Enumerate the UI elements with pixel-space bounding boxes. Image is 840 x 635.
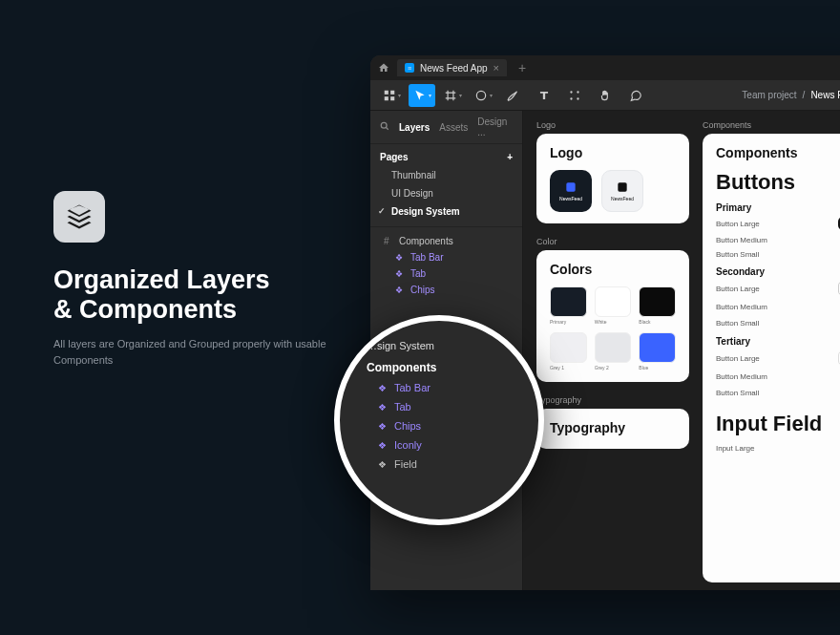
- page-thumbnail[interactable]: Thumbnail: [370, 166, 522, 184]
- resources-tool[interactable]: [561, 84, 588, 107]
- swatch-white: [595, 286, 632, 317]
- swatch-primary: [550, 286, 587, 317]
- svg-point-8: [577, 97, 578, 99]
- svg-rect-10: [566, 182, 575, 191]
- search-icon[interactable]: [380, 121, 389, 133]
- move-tool[interactable]: ▾: [409, 84, 435, 107]
- mag-header: …sign System: [357, 340, 521, 351]
- svg-rect-2: [384, 96, 388, 100]
- frame-tool[interactable]: ▾: [439, 84, 466, 107]
- frame-icon: #: [384, 236, 393, 246]
- swatch-blue: [639, 332, 676, 363]
- mag-group: Components: [357, 357, 521, 378]
- buttons-heading: Buttons: [716, 170, 840, 195]
- close-tab-icon[interactable]: ×: [494, 62, 499, 74]
- mag-item-chips[interactable]: ❖Chips: [357, 416, 521, 435]
- component-icon: ❖: [378, 383, 387, 393]
- mag-item-tab[interactable]: ❖Tab: [357, 397, 521, 416]
- svg-rect-11: [618, 182, 626, 191]
- frame-label-logo: Logo: [536, 120, 689, 130]
- components-card-title: Components: [716, 145, 840, 160]
- breadcrumb-file[interactable]: News Feed App: [810, 90, 840, 100]
- component-icon: ❖: [395, 286, 405, 295]
- tab-design[interactable]: Design ...: [477, 116, 513, 138]
- tab-layers[interactable]: Layers: [399, 122, 430, 133]
- component-icon: ❖: [378, 440, 387, 451]
- toolbar: ▾ ▾ ▾ ▾ Team project / News Feed App: [370, 80, 840, 111]
- svg-point-7: [570, 97, 572, 99]
- tertiary-heading: Tertiary: [716, 336, 750, 347]
- watermark: www.dvsxt.com: [794, 407, 840, 418]
- hand-tool[interactable]: [592, 84, 619, 107]
- file-icon: ≡: [405, 63, 414, 73]
- layer-chips[interactable]: ❖Chips: [370, 282, 522, 298]
- new-tab-button[interactable]: +: [513, 60, 532, 75]
- secondary-heading: Secondary: [716, 266, 765, 277]
- window-tabbar: ≡ News Feed App × +: [370, 55, 840, 80]
- home-button[interactable]: [376, 60, 391, 75]
- svg-rect-0: [384, 90, 388, 94]
- colors-card-title: Colors: [550, 262, 676, 277]
- svg-point-9: [381, 122, 387, 128]
- magnifier-overlay: …sign System Components ❖Tab Bar ❖Tab ❖C…: [334, 315, 544, 525]
- mag-item-iconly[interactable]: ❖Iconly: [357, 435, 521, 455]
- primary-heading: Primary: [716, 202, 751, 213]
- component-icon: ❖: [395, 253, 405, 263]
- pages-heading: Pages: [380, 152, 408, 162]
- svg-point-6: [577, 91, 578, 93]
- layer-tab[interactable]: ❖Tab: [370, 265, 522, 282]
- page-design-system[interactable]: Design System: [370, 202, 522, 221]
- mag-item-field[interactable]: ❖Field: [357, 455, 521, 474]
- tab-assets[interactable]: Assets: [439, 122, 468, 133]
- logo-card-title: Logo: [550, 145, 676, 160]
- app-icon-light: NewsFeed: [601, 170, 643, 212]
- file-tab-title: News Feed App: [420, 63, 488, 74]
- menu-button[interactable]: ▾: [378, 84, 405, 107]
- layers-app-icon: [53, 191, 105, 243]
- app-icon-dark: NewsFeed: [550, 170, 592, 212]
- component-icon: ❖: [395, 269, 405, 279]
- promo-title: Organized Layers & Components: [53, 265, 359, 325]
- colors-card[interactable]: Colors Primary White Black Grey 1 Grey 2…: [536, 250, 689, 382]
- frame-label-color: Color: [536, 237, 689, 246]
- typography-card-title: Typography: [550, 420, 676, 435]
- mag-item-tabbar[interactable]: ❖Tab Bar: [357, 378, 521, 397]
- pen-tool[interactable]: [500, 84, 527, 107]
- promo-subtitle: All layers are Organized and Grouped pro…: [53, 336, 359, 368]
- breadcrumb-team[interactable]: Team project: [742, 90, 796, 100]
- svg-point-5: [570, 91, 572, 93]
- component-icon: ❖: [378, 459, 387, 470]
- typography-card[interactable]: Typography: [536, 409, 689, 449]
- add-page-button[interactable]: +: [507, 152, 513, 162]
- svg-rect-3: [390, 96, 394, 100]
- swatch-grey1: [550, 332, 587, 363]
- component-icon: ❖: [378, 421, 387, 432]
- swatch-grey2: [595, 332, 632, 363]
- layer-components-frame[interactable]: #Components: [370, 233, 522, 249]
- file-tab[interactable]: ≡ News Feed App ×: [397, 59, 507, 76]
- canvas[interactable]: Logo Logo NewsFeed NewsFeed Col: [523, 111, 840, 590]
- swatch-black: [639, 286, 676, 317]
- comment-tool[interactable]: [622, 84, 649, 107]
- page-ui-design[interactable]: UI Design: [370, 184, 522, 202]
- text-tool[interactable]: [531, 84, 557, 107]
- frame-label-components: Components: [703, 120, 840, 130]
- layer-tabbar[interactable]: ❖Tab Bar: [370, 249, 522, 265]
- breadcrumb-sep: /: [803, 90, 806, 100]
- component-icon: ❖: [378, 402, 387, 413]
- frame-label-typography: Typography: [536, 395, 689, 405]
- svg-point-4: [476, 91, 485, 99]
- logo-card[interactable]: Logo NewsFeed NewsFeed: [536, 134, 689, 223]
- shape-tool[interactable]: ▾: [470, 84, 496, 107]
- components-card[interactable]: Components Buttons PrimaryNormal Button …: [703, 134, 840, 582]
- svg-rect-1: [390, 90, 394, 94]
